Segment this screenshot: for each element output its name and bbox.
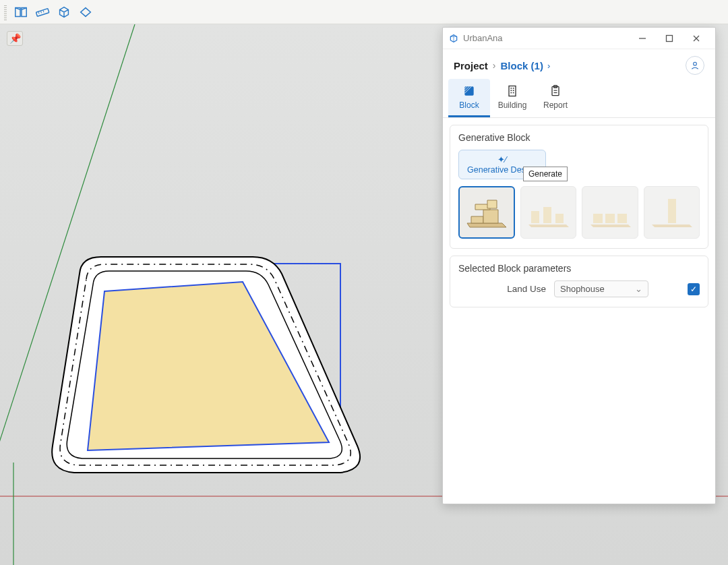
tab-label: Report (543, 100, 568, 110)
svg-rect-35 (605, 214, 615, 223)
tab-label: Building (498, 100, 527, 110)
side-panel: UrbanAna Project › Block (1) › Block Bui… (442, 27, 716, 504)
breadcrumb: Project › Block (1) › (443, 49, 715, 79)
selected-block-parameters-section: Selected Block parameters Land Use Shoph… (450, 256, 708, 307)
close-button[interactable] (683, 28, 710, 49)
section-title: Selected Block parameters (458, 263, 700, 274)
app-name: UrbanAna (463, 33, 503, 43)
svg-marker-29 (528, 225, 569, 227)
tooltip: Generate (523, 167, 568, 181)
svg-rect-18 (511, 92, 512, 94)
svg-marker-26 (483, 210, 498, 223)
tab-building[interactable]: Building (491, 79, 533, 117)
generative-block-section: Generative Block ✦⁄ Generative Design Ge… (450, 125, 708, 249)
land-use-select[interactable]: Shophouse ⌄ (554, 280, 648, 297)
breadcrumb-project[interactable]: Project (454, 60, 488, 71)
user-avatar-icon[interactable] (686, 56, 704, 75)
svg-marker-25 (471, 216, 483, 223)
svg-rect-16 (511, 90, 512, 91)
toolbar-ruler-icon[interactable] (32, 2, 53, 22)
svg-rect-15 (513, 88, 514, 89)
preset-courtyard[interactable] (458, 186, 515, 239)
svg-rect-19 (513, 92, 514, 94)
land-use-label: Land Use (458, 284, 546, 294)
svg-rect-14 (511, 88, 512, 89)
svg-line-5 (41, 11, 42, 13)
chevron-right-icon: › (547, 61, 550, 71)
svg-marker-24 (467, 223, 506, 227)
panel-titlebar: UrbanAna (443, 28, 715, 49)
minimize-button[interactable] (629, 28, 656, 49)
svg-marker-33 (590, 225, 631, 227)
svg-line-4 (38, 11, 39, 13)
preset-row (458, 186, 700, 239)
svg-rect-36 (617, 214, 627, 223)
svg-rect-17 (513, 90, 514, 91)
main-toolbar (0, 0, 728, 24)
tab-block[interactable]: Block (448, 79, 490, 117)
svg-line-6 (43, 10, 44, 12)
svg-rect-12 (464, 86, 473, 95)
report-tab-icon (547, 83, 564, 99)
chevron-down-icon: ⌄ (635, 284, 642, 294)
preset-tower[interactable] (644, 186, 700, 239)
pin-icon[interactable]: 📌 (7, 31, 23, 46)
toolbar-box-3d-icon[interactable] (54, 2, 74, 22)
preset-row[interactable] (582, 186, 638, 239)
toolbar-diamond-icon[interactable] (75, 2, 96, 22)
svg-marker-28 (487, 200, 497, 208)
preset-scattered[interactable] (520, 186, 577, 239)
svg-rect-38 (668, 199, 676, 223)
toolbar-book-open-icon[interactable] (11, 2, 31, 22)
svg-rect-8 (667, 35, 673, 41)
svg-rect-3 (36, 8, 49, 16)
wand-icon: ✦⁄ (497, 154, 506, 165)
tab-bar: Block Building Report (443, 79, 715, 118)
block-tab-icon (461, 83, 477, 99)
tab-report[interactable]: Report (535, 79, 576, 117)
breadcrumb-block[interactable]: Block (1) (501, 60, 543, 71)
tab-label: Block (459, 100, 479, 110)
app-logo-icon (448, 33, 459, 44)
land-use-checkbox[interactable]: ✓ (688, 283, 700, 295)
maximize-button[interactable] (656, 28, 683, 49)
svg-rect-13 (509, 86, 516, 96)
chevron-right-icon: › (493, 60, 496, 71)
svg-rect-34 (593, 214, 603, 223)
svg-rect-32 (555, 214, 564, 223)
svg-rect-31 (543, 207, 551, 223)
svg-marker-37 (652, 225, 692, 227)
svg-rect-30 (531, 211, 539, 223)
select-value: Shophouse (560, 284, 605, 294)
svg-point-11 (694, 62, 697, 65)
section-title: Generative Block (458, 132, 700, 143)
building-tab-icon (504, 83, 520, 99)
toolbar-grip (4, 4, 7, 20)
